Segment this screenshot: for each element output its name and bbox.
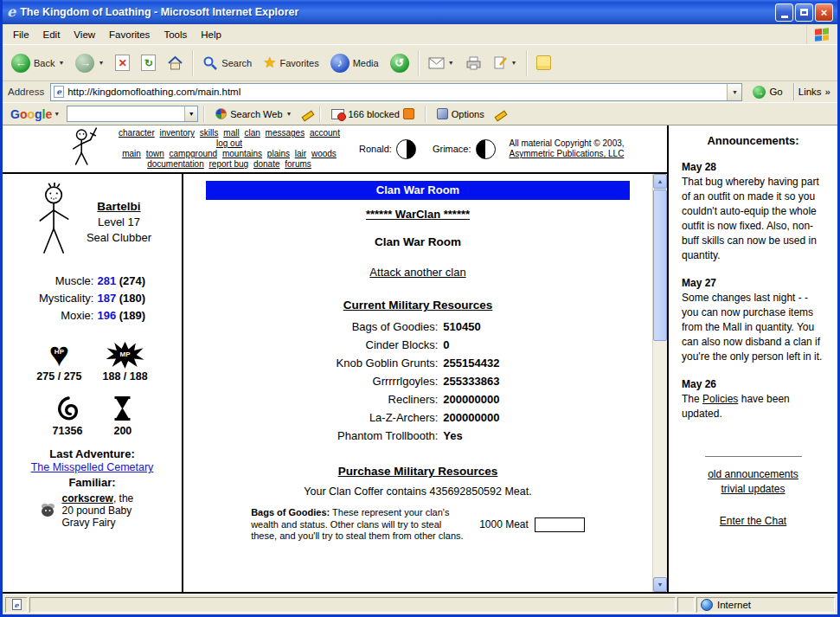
last-adventure-link[interactable]: The Misspelled Cemetary [31,461,154,473]
nav-messages[interactable]: messages [266,128,305,138]
google-logo-text: Google [10,107,52,121]
asymmetric-publications-link[interactable]: Asymmetric Publications, LLC [510,149,625,158]
main-frame-scrollbar[interactable]: ▲ ▼ [652,174,667,592]
character-name-link[interactable]: Bartelbi [97,200,140,213]
favorites-button[interactable]: ★ Favorites [258,51,324,75]
copyright-notice: All material Copyright © 2003, Asymmetri… [510,138,625,159]
nav-report-bug[interactable]: report bug [209,159,249,169]
policies-link[interactable]: Policies [702,393,738,405]
announcement-text: Some changes last night - - you can now … [682,291,824,364]
options-icon [437,108,448,119]
pen-icon[interactable] [493,107,507,121]
nav-mall[interactable]: mall [223,128,239,138]
address-input[interactable]: e http://kingdomofloathing.com/main.html… [50,83,742,101]
muscle-label: Muscle: [37,272,96,289]
nav-clan[interactable]: clan [244,128,260,138]
nav-documentation[interactable]: documentation [147,159,204,169]
announcements-frame: Announcements: May 28 That bug whereby h… [667,125,837,592]
mail-button[interactable]: ▼ [423,53,459,74]
notes-icon [536,55,551,70]
resource-label: Grrrrrlgoyles: [334,372,441,390]
nav-plains[interactable]: plains [267,149,290,158]
clan-name-link[interactable]: ****** WarClan ****** [366,208,470,221]
google-search-input[interactable]: ▼ [67,106,198,122]
links-bar[interactable]: Links » [793,83,834,100]
search-web-button[interactable]: Search Web ▼ [210,106,297,122]
resource-label: La-Z-Archers: [334,408,441,427]
print-button[interactable] [460,52,487,74]
back-button[interactable]: ← Back ▼ [6,49,69,77]
announcement-text-pre: The [682,393,702,405]
scrollbar-thumb[interactable] [653,190,667,341]
nav-donate[interactable]: donate [253,159,280,169]
mysticality-value: 187 [97,292,116,305]
nav-woods[interactable]: woods [311,149,337,158]
menu-file[interactable]: File [6,27,36,42]
announcement-date: May 26 [682,378,824,390]
google-logo-button[interactable]: Google ▼ [7,106,63,122]
familiar-label: Familiar: [6,476,178,489]
menu-edit[interactable]: Edit [36,27,67,42]
nav-character[interactable]: character [119,128,155,138]
nav-logout[interactable]: log out [216,138,242,148]
back-icon: ← [11,54,30,73]
scroll-up-button[interactable]: ▲ [653,174,667,189]
adventures-value: 200 [113,425,131,437]
attack-another-clan-link[interactable]: Attack another clan [369,266,465,279]
highlight-icon[interactable] [300,107,314,121]
muscle-value: 281 [97,274,116,287]
address-url: http://kingdomofloathing.com/main.html [67,87,723,97]
menu-tools[interactable]: Tools [157,27,194,42]
stat-row: Mysticality: 187 (180) [37,289,147,306]
scroll-down-button[interactable]: ▼ [653,577,667,592]
menu-help[interactable]: Help [194,27,228,42]
nav-lair[interactable]: lair [295,149,306,158]
trivial-updates-link[interactable]: trivial updates [682,482,824,497]
resource-label: Recliners: [334,390,441,408]
ronald-moon-icon [396,139,416,159]
google-options-button[interactable]: Options [432,106,490,122]
nav-town[interactable]: town [146,149,164,158]
stop-button[interactable]: ✕ [110,50,135,75]
purchase-quantity-input[interactable] [535,517,585,532]
media-button[interactable]: ♪ Media [325,49,384,77]
familiar-name-link[interactable]: corkscrew [62,492,113,505]
address-dropdown-button[interactable]: ▼ [727,84,741,100]
edit-button[interactable]: ▼ [488,51,523,74]
old-announcements-link[interactable]: old announcements [682,467,824,482]
popup-blocker-button[interactable]: 166 blocked [326,106,419,122]
nav-campground[interactable]: campground [170,149,218,158]
google-search-dropdown[interactable]: ▼ [184,106,197,121]
toolbar-separator [192,50,194,76]
home-button[interactable] [162,51,189,75]
resource-row: Grrrrrlgoyles:255333863 [334,372,503,390]
search-button[interactable]: Search [197,51,257,75]
announcements-title: Announcements: [682,134,824,147]
menu-favorites[interactable]: Favorites [102,27,157,42]
announcement-text: That bug whereby having part of an outfi… [682,175,824,263]
menu-view[interactable]: View [67,27,102,42]
forward-button[interactable]: → ▼ [70,49,109,77]
nav-inventory[interactable]: inventory [160,128,196,138]
resource-label: Knob Goblin Grunts: [334,354,441,372]
go-button[interactable]: → Go [747,83,788,101]
maximize-button[interactable] [795,3,813,22]
options-label: Options [452,109,484,119]
history-button[interactable]: ↺ [385,49,414,77]
discuss-button[interactable] [531,51,556,74]
close-button[interactable]: × [815,3,833,22]
internet-zone-label: Internet [717,600,751,610]
enter-chat-link[interactable]: Enter the Chat [682,514,824,529]
war-room-title: Clan War Room [206,235,630,248]
nav-main[interactable]: main [122,149,141,158]
resource-row: Cinder Blocks:0 [334,336,503,354]
refresh-button[interactable]: ↻ [136,50,161,75]
mp-burst-icon: MP [106,341,144,369]
nav-skills[interactable]: skills [200,128,219,138]
nav-forums[interactable]: forums [285,159,311,169]
links-label: Links [798,87,822,97]
nav-account[interactable]: account [310,128,340,138]
nav-mountains[interactable]: mountains [222,149,262,158]
minimize-button[interactable] [775,3,793,22]
announcement-date: May 28 [682,161,824,173]
